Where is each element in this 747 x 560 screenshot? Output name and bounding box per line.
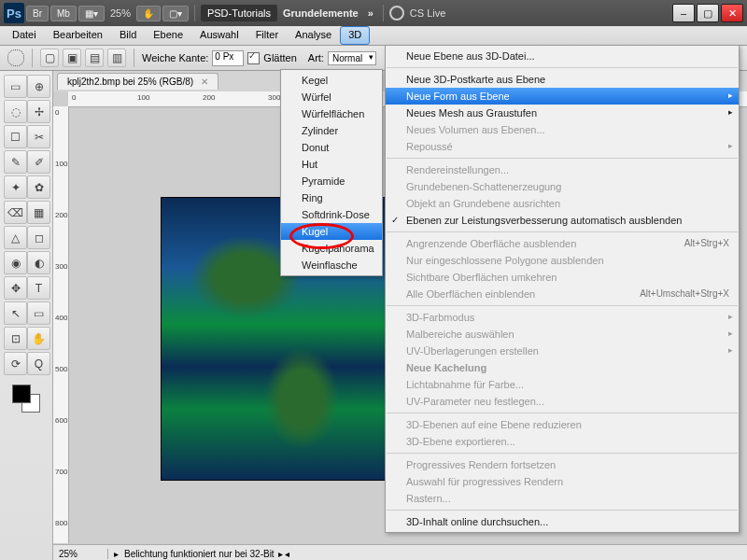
shape-weinflasche[interactable]: Weinflasche [281, 257, 382, 273]
mi-neues-mesh-aus-graustufe[interactable]: Neues Mesh aus Graustufen [386, 105, 739, 121]
tools-panel: ▭⊕◌✢☐✂✎✐✦✿⌫▦△◻◉◐✥T↖▭⊡✋⟳Q [0, 71, 53, 560]
tool-11[interactable]: ▦ [27, 201, 50, 224]
mi-nur-eingeschlossene-poly: Nur eingeschlossene Polygone ausblenden [386, 252, 739, 269]
menu-bild[interactable]: Bild [111, 26, 145, 45]
tool-7[interactable]: ✐ [27, 150, 50, 174]
sel-add[interactable]: ▣ [63, 49, 81, 67]
hand-btn[interactable]: ✋ [136, 6, 161, 21]
shape-kugel[interactable]: Kugel [281, 223, 382, 240]
screen-mode-btn[interactable]: ▢▾ [162, 6, 189, 21]
sel-sub[interactable]: ▤ [85, 49, 104, 67]
tool-13[interactable]: ◻ [27, 226, 50, 249]
tool-20[interactable]: ⊡ [4, 327, 27, 350]
menu-ebene[interactable]: Ebene [145, 26, 191, 45]
shape-zylinder[interactable]: Zylinder [281, 122, 382, 139]
menu-analyse[interactable]: Analyse [287, 26, 340, 45]
tool-10[interactable]: ⌫ [4, 201, 27, 224]
antialias-label: Glätten [263, 52, 296, 63]
feather-label: Weiche Kante: [142, 52, 208, 63]
workspace-more[interactable]: » [364, 7, 377, 19]
shape-kegel[interactable]: Kegel [281, 72, 382, 89]
mi-neue-form-aus-ebene[interactable]: Neue Form aus Ebene [386, 88, 739, 105]
menu-3d[interactable]: 3D [340, 26, 370, 45]
mi-malbereiche-ausw-hlen: Malbereiche auswählen [386, 326, 739, 343]
photoshop-logo: Ps [4, 3, 24, 23]
mi-neue-kachelung: Neue Kachelung [386, 359, 739, 376]
tool-19[interactable]: ▭ [27, 301, 50, 325]
mi-grundebenen-schattenerze: Grundebenen-Schattenerzeugung [386, 178, 739, 195]
shape-kugelpanorama[interactable]: Kugelpanorama [281, 240, 382, 257]
workspace-psd[interactable]: PSD-Tutorials [201, 5, 277, 21]
shape-pyramide[interactable]: Pyramide [281, 173, 382, 189]
tool-15[interactable]: ◐ [27, 251, 50, 274]
tool-8[interactable]: ✦ [4, 175, 27, 199]
menu-bearbeiten[interactable]: Bearbeiten [45, 26, 111, 45]
tool-18[interactable]: ↖ [4, 301, 27, 325]
feather-input[interactable]: 0 Px [212, 50, 244, 66]
arrange-btn[interactable]: ▦▾ [78, 6, 105, 21]
tool-17[interactable]: T [27, 276, 50, 300]
menu-datei[interactable]: Datei [4, 26, 45, 45]
mi-alle-oberfl-chen-einblen: Alle Oberflächen einblendenAlt+Umschalt+… [386, 286, 739, 302]
mi-uv-parameter-neu-festleg: UV-Parameter neu festlegen... [386, 393, 739, 410]
style-label: Art: [308, 52, 324, 63]
mi-rendereinstellungen-: Rendereinstellungen... [386, 161, 739, 178]
mb-btn[interactable]: Mb [50, 6, 77, 21]
tool-4[interactable]: ☐ [4, 125, 27, 148]
mi-neue-3d-postkarte-aus-eb[interactable]: Neue 3D-Postkarte aus Ebene [386, 71, 739, 88]
mi-uv-berlagerungen-erstell: UV-Überlagerungen erstellen [386, 343, 739, 359]
tool-9[interactable]: ✿ [27, 175, 50, 199]
style-select[interactable]: Normal [328, 51, 376, 65]
mi-ebenen-zur-leistungsverb[interactable]: Ebenen zur Leistungsverbesserung automat… [386, 212, 739, 229]
statusbar: 25% ▸ Belichtung funktioniert nur bei 32… [53, 544, 747, 560]
tool-12[interactable]: △ [4, 226, 27, 249]
shape-submenu: KegelWürfelWürfelflächenZylinderDonutHut… [280, 69, 383, 276]
shape-würfelflächen[interactable]: Würfelflächen [281, 105, 382, 122]
mi-3d-farbmodus: 3D-Farbmodus [386, 309, 739, 326]
zoom-level[interactable]: 25% [106, 7, 134, 19]
cslive-label[interactable]: CS Live [406, 7, 450, 19]
mi-objekt-an-grundebene-aus: Objekt an Grundebene ausrichten [386, 195, 739, 212]
shape-donut[interactable]: Donut [281, 139, 382, 156]
tool-0[interactable]: ▭ [4, 75, 27, 98]
shape-softdrink-dose[interactable]: Softdrink-Dose [281, 206, 382, 223]
menu-auswahl[interactable]: Auswahl [191, 26, 247, 45]
mi-3d-ebene-exportieren-: 3D-Ebene exportieren... [386, 433, 739, 450]
status-msg: Belichtung funktioniert nur bei 32-Bit [124, 549, 275, 559]
mi-3d-inhalt-online-durchsu[interactable]: 3D-Inhalt online durchsuchen... [386, 513, 739, 530]
shape-würfel[interactable]: Würfel [281, 89, 382, 105]
mi-rastern-: Rastern... [386, 490, 739, 507]
mi-neue-ebene-aus-3d-datei-[interactable]: Neue Ebene aus 3D-Datei... [386, 48, 739, 64]
maximize-btn[interactable]: ▢ [697, 4, 719, 22]
shape-ring[interactable]: Ring [281, 189, 382, 206]
mi-auswahl-f-r-progressives: Auswahl für progressives Rendern [386, 473, 739, 490]
mi-neues-volumen-aus-ebenen: Neues Volumen aus Ebenen... [386, 121, 739, 138]
status-zoom[interactable]: 25% [53, 549, 108, 559]
tool-21[interactable]: ✋ [27, 327, 50, 350]
bridge-btn[interactable]: Br [26, 6, 49, 21]
mi-repouss-: Repoussé [386, 138, 739, 155]
mi-sichtbare-oberfl-chen-um: Sichtbare Oberflächen umkehren [386, 269, 739, 286]
tab-close-icon[interactable]: ✕ [201, 77, 208, 87]
close-btn[interactable]: ✕ [721, 4, 743, 22]
menu-filter[interactable]: Filter [247, 26, 287, 45]
tool-14[interactable]: ◉ [4, 251, 27, 274]
tool-16[interactable]: ✥ [4, 276, 27, 300]
tool-23[interactable]: Q [27, 352, 50, 375]
minimize-btn[interactable]: – [672, 4, 695, 22]
menubar: DateiBearbeitenBildEbeneAuswahlFilterAna… [0, 26, 747, 46]
tool-5[interactable]: ✂ [27, 125, 50, 148]
shape-hut[interactable]: Hut [281, 156, 382, 173]
tool-6[interactable]: ✎ [4, 150, 27, 174]
tool-22[interactable]: ⟳ [4, 352, 27, 375]
tool-1[interactable]: ⊕ [27, 75, 50, 98]
3d-menu: Neue Ebene aus 3D-Datei...Neue 3D-Postka… [385, 45, 740, 533]
color-swatches[interactable] [12, 385, 40, 413]
tool-3[interactable]: ✢ [27, 100, 50, 123]
sel-new[interactable]: ▢ [40, 49, 59, 67]
tool-2[interactable]: ◌ [4, 100, 27, 123]
workspace-grund[interactable]: Grundelemente [279, 7, 362, 19]
sel-int[interactable]: ▥ [107, 49, 126, 67]
antialias-cb[interactable] [247, 52, 260, 64]
document-tab[interactable]: kplj2th2.bmp bei 25% (RGB/8)✕ [57, 73, 218, 90]
